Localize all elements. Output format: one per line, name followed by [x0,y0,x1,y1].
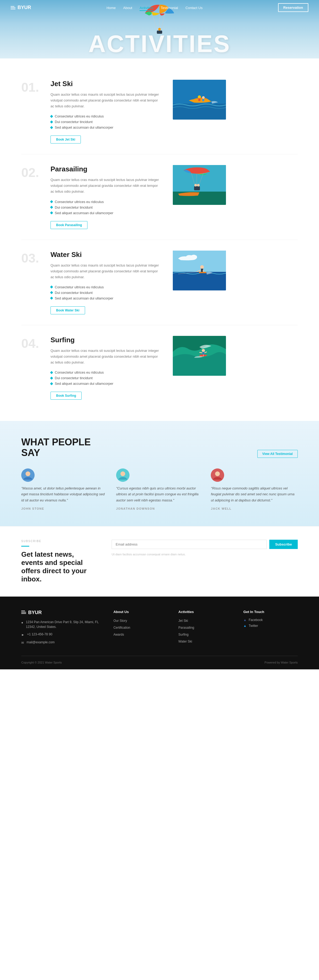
footer-activities-col: Activities Jet Ski Parasailing Surfing W… [179,610,233,648]
svg-rect-22 [173,272,226,290]
facebook-icon: ▲ [244,618,247,622]
email-input[interactable] [112,540,266,549]
nav-testimonial[interactable]: Testimonial [161,6,178,10]
subscribe-button[interactable]: Subscribe [269,540,298,549]
activity-number-3: 03. [21,252,40,265]
footer-brand-col: BYUR ● 1234 Pan American Drive Part 9, S… [21,610,103,648]
testimonial-name-2: JONATHAN DOWNSON [116,507,203,510]
feature-diamond-icon [50,286,53,289]
activity-item-waterski: 03. Water Ski Quam auctor tellus cras ma… [21,240,298,325]
svg-rect-23 [173,251,226,272]
feature-diamond-icon [50,291,53,294]
footer-link-waterski[interactable]: Water Ski [179,640,192,643]
activity-item-surfing: 04. Surfing Quam auctor tellus cras maur… [21,325,298,410]
subscribe-right: Subscribe Ut diam facilisis accumsan con… [112,540,298,557]
subscribe-section: SUBSCRIBE Get latest news, events and sp… [0,526,319,597]
footer-link-surfing[interactable]: Surfing [179,633,188,636]
feature-diamond-icon [50,200,53,203]
hero-title: ACTIVITIES [88,32,230,59]
parasailing-image [173,165,226,205]
activity-features-surfing: Consectetur ultrices eu ridiculus Dui co… [51,370,162,387]
book-waterski-button[interactable]: Book Water Ski [51,306,85,314]
activity-title-waterski: Water Ski [51,251,162,259]
activity-desc-parasailing: Quam auctor tellus cras mauris sit susci… [51,177,162,194]
logo-text: BYUR [18,5,31,10]
feature-item: Sed aliquet accumsan dui ullamcorper [51,125,162,130]
logo: BYUR [11,5,31,10]
testimonials-grid: "Massa amet, ut dolor tellus pellentesqu… [21,468,298,510]
activity-item-jetski: 01. Jet Ski Quam auctor tellus cras maur… [21,69,298,154]
testimonial-quote-1: "Massa amet, ut dolor tellus pellentesqu… [21,485,108,503]
footer-grid: BYUR ● 1234 Pan American Drive Part 9, S… [21,610,298,656]
svg-line-33 [199,352,202,353]
feature-item: Dui consectetur tincidunt [51,375,162,381]
powered-text: Powered by Water Sports [265,661,298,664]
phone-icon: ► [21,632,24,637]
svg-point-8 [198,95,201,99]
nav-links: Home About Activities Testimonial Contac… [107,5,203,10]
testimonials-title: WHAT PEOPLE SAY [21,437,101,458]
footer-link-jetski[interactable]: Jet Ski [179,619,188,623]
avatar-john [21,468,35,482]
testimonials-section: WHAT PEOPLE SAY View All Testimonial "Ma… [0,421,319,526]
book-jetski-button[interactable]: Book Jet Ski [51,135,81,143]
reservation-button[interactable]: Reservation [278,3,308,12]
activity-title-jetski: Jet Ski [51,80,162,88]
svg-point-39 [120,471,125,476]
footer-contact-col: Get In Touch ▲ Facebook ▲ Twitter [244,610,298,648]
activity-desc-jetski: Quam auctor tellus cras mauris sit susci… [51,92,162,109]
feature-item: Consectetur ultrices eu ridiculus [51,284,162,290]
feature-diamond-icon [50,126,53,129]
footer-link-awards[interactable]: Awards [113,633,124,636]
feature-diamond-icon [50,211,53,214]
svg-point-24 [200,265,204,269]
activity-features-waterski: Consectetur ultrices eu ridiculus Dui co… [51,284,162,301]
navigation: BYUR Home About Activities Testimonial C… [0,0,319,15]
subscribe-eyebrow: SUBSCRIBE [21,540,96,542]
feature-item: Dui consectetur tincidunt [51,119,162,125]
svg-point-41 [215,471,220,476]
testimonial-name-1: JOHN STONE [21,507,108,510]
book-surfing-button[interactable]: Book Surfing [51,392,81,400]
feature-diamond-icon [50,297,53,300]
feature-item: Sed aliquet accumsan dui ullamcorper [51,381,162,387]
nav-about[interactable]: About [123,6,132,10]
email-icon: ✉ [21,640,24,645]
surfing-svg [173,336,226,376]
jetski-svg [173,80,226,119]
view-all-testimonials-button[interactable]: View All Testimonial [257,450,298,458]
activity-content-surfing: Surfing Quam auctor tellus cras mauris s… [51,336,162,400]
footer-about-col: About Us Our Story Certification Awards [113,610,168,648]
svg-line-1 [152,13,158,32]
subscribe-inner: SUBSCRIBE Get latest news, events and sp… [21,540,298,584]
footer-link-certification[interactable]: Certification [113,626,130,630]
book-parasailing-button[interactable]: Book Parasailing [51,221,88,229]
avatar-icon [21,468,35,482]
feature-item: Dui consectetur tincidunt [51,290,162,296]
waterski-image [173,251,226,290]
nav-contact[interactable]: Contact Us [185,6,203,10]
svg-rect-18 [194,186,200,190]
subscribe-left: SUBSCRIBE Get latest news, events and sp… [21,540,96,584]
footer-link-story[interactable]: Our Story [113,619,127,623]
footer-about-links: Our Story Certification Awards [113,618,168,637]
feature-diamond-icon [50,382,53,385]
testimonial-card-3: "Risus neque commodo sagittis aliquet ul… [211,468,298,510]
nav-home[interactable]: Home [107,6,116,10]
activity-features-parasailing: Consectetur ultrices eu ridiculus Dui co… [51,199,162,216]
feature-diamond-icon [50,120,53,123]
footer-facebook-link[interactable]: ▲ Facebook [244,618,298,622]
waterski-svg [173,251,226,290]
avatar-icon [211,468,224,482]
activity-number-2: 02. [21,166,40,179]
svg-point-10 [202,96,205,99]
activity-title-surfing: Surfing [51,336,162,344]
footer-bottom: Copyright © 2021 Water Sports Powered by… [21,656,298,664]
footer-twitter-link[interactable]: ▲ Twitter [244,624,298,628]
footer-link-parasailing[interactable]: Parasailing [179,626,194,630]
svg-rect-28 [199,272,206,273]
nav-activities[interactable]: Activities [140,6,153,11]
activity-item-parasailing: 02. Parasailing Quam auctor tellus cras … [21,154,298,240]
activity-title-parasailing: Parasailing [51,165,162,173]
subscribe-title: Get latest news, events and special offe… [21,550,96,584]
